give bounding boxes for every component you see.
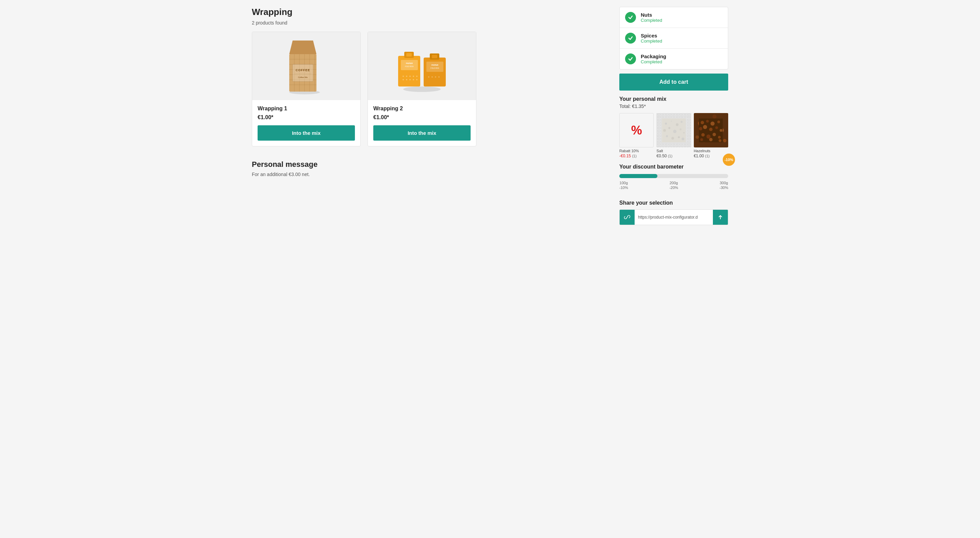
discount-image: % [619, 113, 654, 147]
svg-rect-38 [426, 62, 443, 72]
share-section: Share your selection [619, 200, 728, 225]
status-item-spices: Spices Completed [620, 28, 728, 49]
barometer-track [619, 174, 728, 178]
svg-point-42 [431, 76, 433, 78]
product-price-2: €1.00* [373, 114, 471, 121]
coffee-bag-illustration: COFFEE Coffee Mix [286, 37, 327, 95]
svg-point-32 [409, 79, 411, 80]
personal-message-section: Personal message For an additional €3.00… [252, 160, 611, 177]
spices-label: Completed [641, 38, 662, 43]
barometer-title: Your discount barometer [619, 164, 728, 170]
svg-rect-14 [293, 64, 313, 81]
svg-point-47 [671, 121, 672, 122]
personal-mix-title: Your personal mix [619, 96, 728, 102]
svg-point-27 [409, 76, 411, 77]
svg-point-75 [719, 139, 721, 142]
svg-point-46 [665, 123, 667, 125]
svg-rect-37 [432, 55, 437, 58]
status-item-packaging: Packaging Completed [620, 49, 728, 69]
page-title: Wrapping [252, 7, 611, 18]
svg-point-48 [676, 123, 679, 126]
salt-name: Salt [656, 149, 691, 153]
barometer-badge: -10% [723, 153, 735, 166]
link-icon [624, 214, 630, 221]
barometer-label-100: 100g -10% [619, 181, 628, 190]
svg-point-66 [709, 128, 713, 131]
svg-point-71 [713, 133, 716, 136]
svg-point-41 [428, 76, 430, 78]
mix-item-salt: Salt €0.50 (1) [656, 113, 691, 158]
spices-status-text: Spices Completed [641, 33, 662, 43]
svg-point-58 [682, 137, 684, 140]
product-image-wrapping-2: PAPER FOLD BOX [368, 32, 476, 100]
svg-point-73 [700, 138, 703, 141]
svg-point-49 [681, 121, 682, 123]
salt-price: €0.50 (1) [656, 153, 691, 158]
packaging-check-icon [625, 53, 636, 64]
into-mix-button-2[interactable]: Into the mix [373, 125, 471, 140]
product-name-1: Wrapping 1 [258, 105, 355, 112]
svg-point-52 [673, 130, 676, 133]
barometer-fill [619, 174, 657, 178]
mix-item-discount: % Rabatt 10% -€0.15 (1) [619, 113, 654, 158]
nuts-label: Completed [641, 18, 662, 23]
salt-visual [662, 118, 686, 142]
product-card: COFFEE Coffee Mix Wrapping 1 €1.00* Into… [252, 32, 361, 147]
svg-point-30 [402, 79, 404, 80]
share-input-row [619, 209, 728, 225]
discount-name: Rabatt 10% [619, 149, 654, 153]
status-card: Nuts Completed Spices Completed [619, 7, 728, 69]
mix-items-grid: % Rabatt 10% -€0.15 (1) [619, 113, 728, 158]
svg-point-57 [678, 136, 680, 138]
svg-text:PAPER: PAPER [406, 62, 413, 64]
product-name-2: Wrapping 2 [373, 105, 471, 112]
svg-point-61 [706, 120, 709, 123]
products-grid: COFFEE Coffee Mix Wrapping 1 €1.00* Into… [252, 32, 611, 147]
svg-point-29 [416, 76, 417, 77]
discount-price: -€0.15 (1) [619, 153, 654, 158]
packaging-status-text: Packaging Completed [641, 53, 666, 64]
arrow-up-icon [717, 214, 724, 220]
svg-rect-22 [401, 60, 418, 70]
svg-point-69 [701, 133, 705, 137]
packaging-name: Packaging [641, 53, 666, 59]
svg-point-72 [718, 136, 721, 139]
svg-point-28 [413, 76, 414, 77]
personal-mix-total: Total: €1.35* [619, 104, 728, 109]
personal-message-title: Personal message [252, 160, 611, 169]
svg-point-18 [403, 86, 441, 92]
share-url-input[interactable] [635, 215, 713, 220]
svg-text:Coffee Mix: Coffee Mix [298, 76, 308, 78]
svg-point-74 [709, 138, 713, 141]
into-mix-button-1[interactable]: Into the mix [258, 125, 355, 140]
svg-point-26 [406, 76, 407, 77]
svg-point-65 [703, 125, 707, 129]
spices-check-icon [625, 33, 636, 43]
svg-point-44 [438, 76, 440, 78]
personal-message-desc: For an additional €3.00 net. [252, 172, 611, 177]
mix-item-hazelnuts: Hazelnuts €1.00 (1) [694, 113, 728, 158]
packaging-label: Completed [641, 59, 666, 64]
products-count: 2 products found [252, 20, 611, 26]
svg-text:FOLD BOX: FOLD BOX [405, 65, 414, 67]
svg-point-54 [683, 132, 685, 134]
copy-link-button[interactable] [713, 210, 728, 225]
svg-text:COFFEE: COFFEE [296, 69, 310, 72]
svg-marker-13 [289, 40, 317, 54]
svg-point-68 [720, 129, 722, 132]
svg-point-50 [663, 129, 666, 132]
add-to-cart-button[interactable]: Add to cart [619, 73, 728, 91]
svg-point-64 [699, 127, 702, 131]
salt-image [656, 113, 691, 147]
barometer-labels: 100g -10% 200g -20% 300g -30% [619, 181, 728, 190]
svg-point-55 [666, 135, 668, 137]
share-link-icon-button[interactable] [620, 210, 635, 225]
svg-point-56 [671, 137, 674, 140]
share-title: Share your selection [619, 200, 728, 206]
svg-point-63 [717, 121, 720, 123]
barometer-label-300: 300g -30% [719, 181, 728, 190]
nuts-check-icon [625, 12, 636, 23]
svg-text:FOLD BOX: FOLD BOX [430, 67, 439, 69]
product-image-wrapping-1: COFFEE Coffee Mix [252, 32, 360, 100]
svg-point-25 [402, 76, 404, 77]
